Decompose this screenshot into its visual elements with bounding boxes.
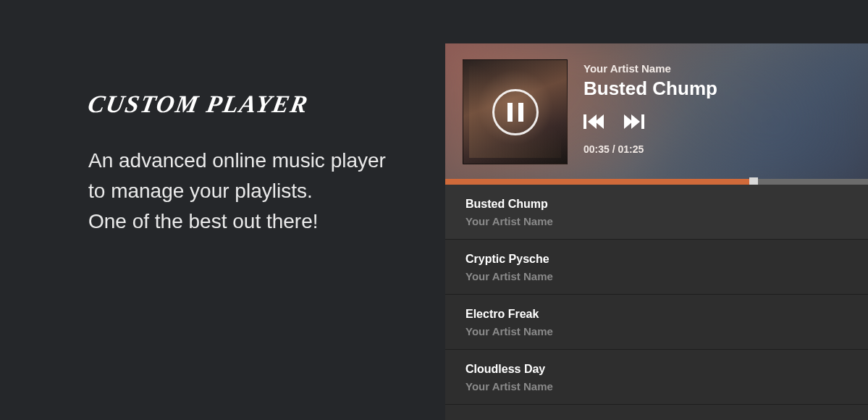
playlist-item[interactable]: Busted Chump Your Artist Name	[445, 185, 868, 240]
progress-thumb[interactable]	[749, 177, 758, 185]
playlist-item[interactable]: Cloudless Day Your Artist Name	[445, 350, 868, 405]
section-heading: CUSTOM PLAYER	[86, 91, 405, 118]
skip-back-icon	[583, 113, 604, 130]
playlist-item-title: Cryptic Pysche	[465, 253, 848, 266]
svg-rect-0	[583, 114, 586, 129]
playback-time: 00:35 / 01:25	[583, 143, 717, 155]
pause-icon	[492, 89, 539, 135]
svg-marker-4	[631, 114, 640, 129]
marketing-panel: CUSTOM PLAYER An advanced online music p…	[0, 0, 445, 420]
section-description: An advanced online music player to manag…	[88, 146, 392, 237]
progress-bar[interactable]	[445, 179, 868, 185]
desc-line-1: An advanced online music player to manag…	[88, 149, 386, 202]
desc-line-2: One of the best out there!	[88, 210, 319, 232]
playlist: Busted Chump Your Artist Name Cryptic Py…	[445, 185, 868, 405]
playlist-item-artist: Your Artist Name	[465, 270, 848, 282]
album-art-play-toggle[interactable]	[463, 59, 568, 164]
now-playing-artist: Your Artist Name	[583, 62, 717, 75]
playlist-item-title: Busted Chump	[465, 198, 848, 211]
playlist-item-title: Electro Freak	[465, 308, 848, 321]
playlist-item-title: Cloudless Day	[465, 363, 848, 376]
progress-fill	[445, 179, 754, 185]
skip-forward-icon	[624, 113, 644, 130]
playlist-item-artist: Your Artist Name	[465, 215, 848, 227]
music-player: Your Artist Name Busted Chump	[445, 43, 868, 420]
playlist-item[interactable]: Electro Freak Your Artist Name	[445, 295, 868, 350]
previous-button[interactable]	[583, 113, 604, 130]
track-info: Your Artist Name Busted Chump	[583, 59, 717, 164]
next-button[interactable]	[624, 113, 644, 130]
transport-controls	[583, 113, 717, 130]
playlist-item[interactable]: Cryptic Pysche Your Artist Name	[445, 240, 868, 295]
playlist-item-artist: Your Artist Name	[465, 380, 848, 392]
player-header: Your Artist Name Busted Chump	[445, 43, 868, 185]
svg-rect-5	[641, 114, 644, 129]
now-playing-track: Busted Chump	[583, 77, 717, 100]
playlist-item-artist: Your Artist Name	[465, 325, 848, 337]
